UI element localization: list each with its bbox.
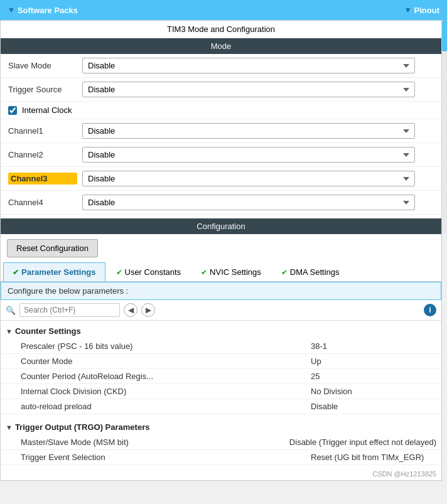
channel3-row: Channel3 Disable (1, 167, 441, 191)
check-icon-3: ✔ (201, 268, 207, 277)
channel4-label: Channel4 (8, 198, 77, 207)
chevron-icon-trigger: ▼ (6, 424, 13, 431)
tab-param-label: Parameter Settings (21, 267, 96, 277)
page-title: TIM3 Mode and Configuration (1, 21, 441, 38)
param-value-msm: Disable (Trigger input effect not delaye… (289, 437, 436, 447)
pinout-btn[interactable]: ▼ Pinout (404, 6, 439, 15)
param-name-msm: Master/Slave Mode (MSM bit) (21, 437, 289, 447)
channel4-row: Channel4 Disable (1, 191, 441, 215)
param-name-counter-period: Counter Period (AutoReload Regis... (21, 372, 311, 381)
check-icon-1: ✔ (13, 268, 19, 277)
trigger-output-section: ▼ Trigger Output (TRGO) Parameters Maste… (1, 417, 441, 468)
channel1-select[interactable]: Disable (82, 123, 415, 139)
search-input[interactable] (19, 303, 120, 317)
top-bar: ▼ Software Packs ▼ Pinout (0, 0, 447, 20)
prev-nav-button[interactable]: ◀ (124, 303, 137, 317)
channel2-select[interactable]: Disable (82, 147, 415, 163)
right-scrollbar[interactable] (442, 20, 447, 233)
param-row-msm: Master/Slave Mode (MSM bit) Disable (Tri… (1, 435, 441, 450)
param-row-counter-mode: Counter Mode Up (1, 354, 441, 369)
slave-mode-row: Slave Mode Disable (1, 54, 441, 78)
check-icon-4: ✔ (281, 268, 288, 277)
param-value-prescaler: 38-1 (311, 341, 436, 351)
param-name-prescaler: Prescaler (PSC - 16 bits value) (21, 341, 311, 351)
tabs-bar: ✔ Parameter Settings ✔ User Constants ✔ … (1, 262, 441, 282)
param-value-autoreload: Disable (311, 402, 436, 411)
trigger-output-title: Trigger Output (TRGO) Parameters (15, 422, 150, 432)
param-row-autoreload: auto-reload preload Disable (1, 399, 441, 414)
tab-nvic-label: NVIC Settings (210, 267, 261, 277)
channel4-select[interactable]: Disable (82, 195, 415, 210)
tab-dma-label: DMA Settings (290, 267, 340, 277)
search-icon: 🔍 (6, 306, 16, 315)
counter-settings-title: Counter Settings (15, 326, 81, 336)
param-value-counter-mode: Up (311, 357, 436, 366)
param-row-prescaler: Prescaler (PSC - 16 bits value) 38-1 (1, 339, 441, 354)
tab-user-constants[interactable]: ✔ User Constants (107, 262, 191, 281)
tab-parameter-settings[interactable]: ✔ Parameter Settings (3, 262, 105, 281)
app-container: ▼ Software Packs ▼ Pinout TIM3 Mode and … (0, 0, 447, 481)
chevron-down-icon: ▼ (8, 6, 15, 14)
param-value-counter-period: 25 (311, 372, 436, 381)
chevron-down-icon-2: ▼ (404, 6, 412, 14)
check-icon-2: ✔ (116, 268, 122, 277)
watermark: CSDN @Hz1213825 (1, 468, 441, 480)
param-name-ckd: Internal Clock Division (CKD) (21, 387, 311, 396)
param-name-trigger-event: Trigger Event Selection (21, 453, 311, 462)
param-row-counter-period: Counter Period (AutoReload Regis... 25 (1, 369, 441, 384)
internal-clock-checkbox[interactable] (8, 106, 17, 115)
param-name-counter-mode: Counter Mode (21, 357, 311, 366)
reset-configuration-button[interactable]: Reset Configuration (7, 239, 98, 257)
param-row-ckd: Internal Clock Division (CKD) No Divisio… (1, 384, 441, 399)
tab-dma-settings[interactable]: ✔ DMA Settings (272, 262, 349, 281)
search-row: 🔍 ◀ ▶ i (1, 300, 441, 321)
channel3-select[interactable]: Disable (82, 171, 415, 186)
info-button[interactable]: i (424, 304, 436, 316)
trigger-source-select[interactable]: Disable (82, 82, 415, 97)
slave-mode-select[interactable]: Disable (82, 58, 415, 73)
trigger-output-group[interactable]: ▼ Trigger Output (TRGO) Parameters (1, 419, 441, 435)
channel1-label: Channel1 (8, 126, 77, 136)
trigger-source-row: Trigger Source Disable (1, 78, 441, 102)
reset-btn-container: Reset Configuration (1, 234, 441, 262)
channel1-row: Channel1 Disable (1, 119, 441, 143)
slave-mode-label: Slave Mode (8, 61, 77, 70)
counter-settings-group[interactable]: ▼ Counter Settings (1, 323, 441, 339)
mode-header: Mode (1, 38, 441, 54)
counter-settings-section: ▼ Counter Settings Prescaler (PSC - 16 b… (1, 321, 441, 417)
trigger-source-label: Trigger Source (8, 85, 77, 94)
config-header: Configuration (1, 218, 441, 234)
next-nav-button[interactable]: ▶ (141, 303, 155, 317)
param-value-trigger-event: Reset (UG bit from TIMx_EGR) (311, 453, 436, 462)
main-panel: TIM3 Mode and Configuration Mode Slave M… (0, 20, 442, 481)
param-value-ckd: No Division (311, 387, 436, 396)
software-packs-btn[interactable]: ▼ Software Packs (8, 6, 78, 15)
channel2-label: Channel2 (8, 150, 77, 159)
internal-clock-row: Internal Clock (1, 102, 441, 119)
tab-user-label: User Constants (125, 267, 181, 277)
chevron-icon-counter: ▼ (6, 328, 13, 335)
channel2-row: Channel2 Disable (1, 143, 441, 167)
param-name-autoreload: auto-reload preload (21, 402, 311, 411)
internal-clock-label: Internal Clock (22, 105, 72, 115)
tab-nvic-settings[interactable]: ✔ NVIC Settings (191, 262, 271, 281)
pinout-label: Pinout (414, 6, 439, 15)
software-packs-label: Software Packs (18, 6, 78, 15)
configure-bar: Configure the below parameters : (1, 282, 441, 300)
scrollbar-thumb[interactable] (442, 20, 447, 51)
channel3-label: Channel3 (8, 173, 77, 185)
param-row-trigger-event: Trigger Event Selection Reset (UG bit fr… (1, 450, 441, 465)
